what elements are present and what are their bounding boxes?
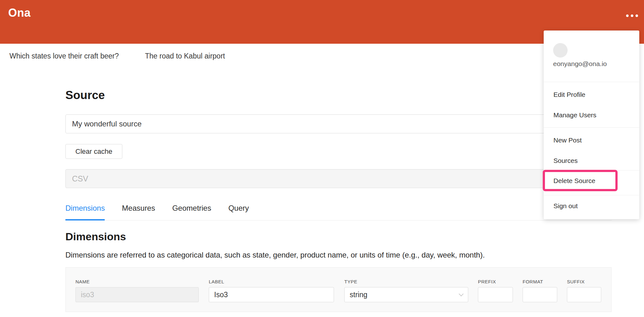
field-name: NAME bbox=[75, 268, 199, 312]
menu-divider bbox=[544, 170, 639, 170]
suffix-field-input[interactable] bbox=[567, 287, 601, 302]
csv-input bbox=[65, 169, 612, 188]
user-dropdown-menu: eonyango@ona.io Edit Profile Manage User… bbox=[544, 31, 639, 219]
avatar bbox=[553, 43, 568, 58]
menu-item-new-post[interactable]: New Post bbox=[553, 136, 582, 144]
dimension-row-card: NAME LABEL TYPE string PREFIX FORMAT bbox=[65, 267, 612, 312]
format-field-input[interactable] bbox=[523, 287, 557, 302]
field-type: TYPE string bbox=[344, 268, 468, 312]
menu-divider bbox=[544, 195, 639, 195]
menu-item-edit-profile[interactable]: Edit Profile bbox=[553, 91, 586, 98]
nav-link-craft-beer[interactable]: Which states love their craft beer? bbox=[9, 52, 119, 60]
format-field-label: FORMAT bbox=[523, 279, 543, 284]
suffix-field-label: SUFFIX bbox=[567, 279, 585, 284]
ellipsis-dot bbox=[626, 14, 629, 17]
nav-link-kabul-airport[interactable]: The road to Kabul airport bbox=[145, 52, 225, 60]
source-name-input[interactable] bbox=[65, 114, 612, 133]
type-select[interactable]: string bbox=[344, 287, 468, 302]
app-logo: Ona bbox=[8, 6, 31, 19]
type-field-label: TYPE bbox=[344, 279, 357, 284]
page-title: Source bbox=[65, 89, 105, 102]
tab-bar: Dimensions Measures Geometries Query bbox=[65, 204, 612, 220]
ellipsis-dot bbox=[636, 14, 638, 17]
chevron-down-icon bbox=[459, 291, 464, 296]
prefix-field-input[interactable] bbox=[478, 287, 513, 302]
label-field-input[interactable] bbox=[209, 287, 334, 302]
menu-divider bbox=[544, 127, 639, 128]
name-field-label: NAME bbox=[75, 279, 90, 284]
type-select-value: string bbox=[350, 291, 367, 299]
dimensions-description: Dimensions are referred to as categorica… bbox=[65, 251, 485, 259]
name-field-input bbox=[75, 287, 199, 302]
menu-item-sign-out[interactable]: Sign out bbox=[553, 202, 578, 210]
dimensions-title: Dimensions bbox=[65, 231, 126, 243]
tab-dimensions[interactable]: Dimensions bbox=[65, 204, 105, 220]
user-email: eonyango@ona.io bbox=[553, 60, 607, 68]
field-label: LABEL bbox=[209, 268, 334, 312]
clear-cache-button[interactable]: Clear cache bbox=[65, 144, 122, 159]
label-field-label: LABEL bbox=[209, 279, 224, 284]
field-format: FORMAT bbox=[523, 268, 557, 312]
tab-query[interactable]: Query bbox=[228, 204, 249, 219]
ellipsis-dot bbox=[631, 14, 633, 17]
menu-item-sources[interactable]: Sources bbox=[553, 157, 578, 164]
prefix-field-label: PREFIX bbox=[478, 279, 496, 284]
field-prefix: PREFIX bbox=[478, 268, 513, 312]
menu-item-delete-source[interactable]: Delete Source bbox=[553, 177, 595, 185]
menu-item-manage-users[interactable]: Manage Users bbox=[553, 111, 597, 119]
tab-measures[interactable]: Measures bbox=[122, 204, 155, 219]
tab-geometries[interactable]: Geometries bbox=[172, 204, 211, 219]
field-suffix: SUFFIX bbox=[567, 268, 601, 312]
more-options-icon[interactable] bbox=[625, 13, 639, 18]
menu-divider bbox=[544, 82, 639, 82]
